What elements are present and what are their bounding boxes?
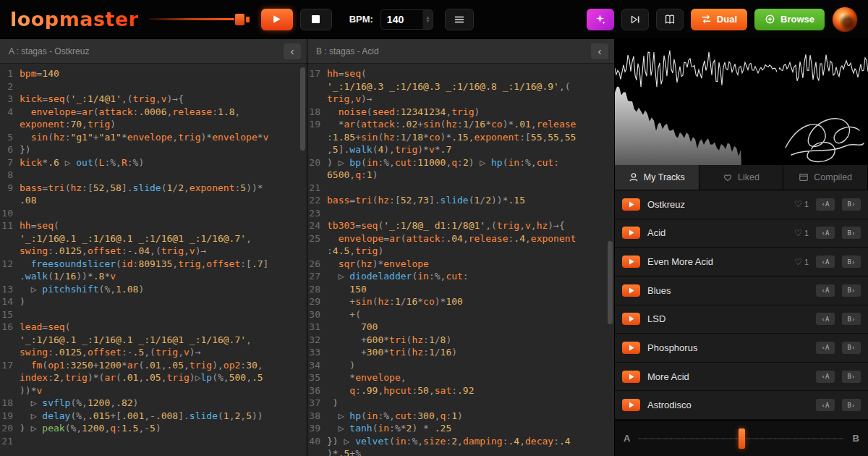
code-line[interactable]: 21 bbox=[307, 182, 614, 195]
user-avatar[interactable] bbox=[832, 7, 858, 33]
code-text[interactable] bbox=[20, 308, 307, 321]
code-text[interactable] bbox=[20, 169, 307, 182]
code-text[interactable]: ▷ svflp(%,1200,.82) bbox=[20, 397, 307, 410]
code-text[interactable]: ) ▷ bp(in:%,cut:11000,q:2) ▷ hp(in:%,cut… bbox=[327, 156, 614, 182]
code-line[interactable]: 5 sin(hz:"g1"+"a1"*envelope,trig)*envelo… bbox=[0, 131, 307, 144]
code-line[interactable]: 3kick=seq('_:1/4@1',(trig,v)→{ bbox=[0, 93, 307, 106]
code-text[interactable]: tb303=seq('_:1/8@_ d1:1/8@1',(trig,v,hz)… bbox=[327, 219, 614, 232]
code-line[interactable]: 11hh=seq( '_:1/16@.1 _:1/16@.1 _:1/16@1 … bbox=[0, 219, 307, 258]
code-line[interactable]: 13 ▷ pitchshift(%,1.08) bbox=[0, 283, 307, 296]
load-to-deck-b-button[interactable]: B› bbox=[842, 399, 861, 411]
code-text[interactable]: }) bbox=[20, 143, 307, 156]
code-line[interactable]: 29 +sin(hz:1/16*co)*100 bbox=[307, 295, 614, 308]
editor-a-collapse-button[interactable]: ‹ bbox=[284, 43, 301, 59]
code-text[interactable]: *envelope, bbox=[327, 371, 614, 384]
code-text[interactable] bbox=[327, 182, 614, 195]
code-editor-b[interactable]: 17hh=seq( '_:1/16@.3 _:1/16@.3 _:1/16@.8… bbox=[307, 64, 614, 456]
track-play-button[interactable] bbox=[622, 371, 640, 383]
code-line[interactable]: 40}) ▷ velvet(in:%,size:2,damping:.4,dec… bbox=[307, 435, 614, 456]
code-text[interactable]: +( bbox=[327, 308, 614, 321]
crossfader-handle[interactable] bbox=[739, 428, 745, 449]
magic-button[interactable] bbox=[587, 9, 614, 30]
code-line[interactable]: 24tb303=seq('_:1/8@_ d1:1/8@1',(trig,v,h… bbox=[307, 219, 614, 232]
code-line[interactable]: 6}) bbox=[0, 143, 307, 156]
menu-button[interactable] bbox=[445, 9, 474, 30]
tab-my-tracks[interactable]: My Tracks bbox=[615, 165, 699, 190]
track-play-button[interactable] bbox=[622, 284, 640, 297]
track-row[interactable]: Ostkreuz♡1‹AB› bbox=[615, 190, 868, 219]
code-line[interactable]: 35 *envelope, bbox=[307, 371, 614, 384]
code-line[interactable]: 22bass=tri(hz:[52,73].slide(1/2))*.15 bbox=[307, 194, 614, 207]
code-line[interactable]: 20) ▷ peak(%,1200,q:1.5,-5) bbox=[0, 422, 307, 435]
code-line[interactable]: 14) bbox=[0, 295, 307, 308]
code-line[interactable]: 12 freesoundslicer(id:809135,trig,offset… bbox=[0, 258, 307, 283]
load-to-deck-a-button[interactable]: ‹A bbox=[816, 371, 835, 383]
load-to-deck-b-button[interactable]: B› bbox=[842, 256, 861, 268]
code-text[interactable]: ▷ diodeladder(in:%,cut: bbox=[327, 270, 614, 283]
bpm-input[interactable] bbox=[380, 9, 422, 30]
code-line[interactable]: 1bpm=140 bbox=[0, 67, 307, 80]
code-text[interactable] bbox=[327, 207, 614, 220]
code-line[interactable]: 33 +300*tri(hz:1/16) bbox=[307, 346, 614, 359]
load-to-deck-a-button[interactable]: ‹A bbox=[816, 342, 835, 354]
code-text[interactable]: ▷ delay(%,.015+[.001,-.008].slide(1,2,5)… bbox=[20, 410, 307, 423]
code-line[interactable]: 16lead=seq( '_:1/16@.1 _:1/16@.1 _:1/16@… bbox=[0, 321, 307, 359]
code-line[interactable]: 4 envelope=ar(attack:.0006,release:1.8, … bbox=[0, 106, 307, 131]
code-editor-a[interactable]: 1bpm=14023kick=seq('_:1/4@1',(trig,v)→{4… bbox=[0, 64, 307, 456]
like-button[interactable]: ♡1 bbox=[794, 200, 809, 208]
code-line[interactable]: 30 +( bbox=[307, 308, 614, 321]
track-play-button[interactable] bbox=[622, 399, 640, 411]
code-line[interactable]: 17 fm(op1:3250+1200*ar(.01,.05,trig),op2… bbox=[0, 359, 307, 397]
like-button[interactable]: ♡1 bbox=[794, 229, 809, 237]
code-text[interactable]: bass=tri(hz:[52,73].slide(1/2))*.15 bbox=[327, 194, 614, 207]
code-text[interactable]: kick=seq('_:1/4@1',(trig,v)→{ bbox=[20, 93, 307, 106]
code-line[interactable]: 15 bbox=[0, 308, 307, 321]
track-play-button[interactable] bbox=[622, 342, 640, 354]
code-text[interactable]: freesoundslicer(id:809135,trig,offset:[.… bbox=[20, 258, 307, 283]
code-line[interactable]: 34 ) bbox=[307, 359, 614, 372]
load-to-deck-a-button[interactable]: ‹A bbox=[816, 198, 835, 211]
code-text[interactable]: 700 bbox=[327, 321, 614, 334]
docs-button[interactable] bbox=[656, 9, 684, 30]
load-to-deck-b-button[interactable]: B› bbox=[842, 284, 861, 297]
dual-mode-button[interactable]: Dual bbox=[691, 9, 747, 30]
code-line[interactable]: 20) ▷ bp(in:%,cut:11000,q:2) ▷ hp(in:%,c… bbox=[307, 156, 614, 182]
code-text[interactable]: ▷ hp(in:%,cut:300,q:1) bbox=[327, 410, 614, 423]
code-text[interactable]: ▷ pitchshift(%,1.08) bbox=[20, 283, 307, 296]
code-text[interactable]: envelope=ar(attack:.0006,release:1.8, ex… bbox=[20, 106, 307, 131]
code-line[interactable]: 32 +600*tri(hz:1/8) bbox=[307, 334, 614, 347]
code-text[interactable]: ) bbox=[20, 295, 307, 308]
load-to-deck-b-button[interactable]: B› bbox=[842, 342, 861, 354]
track-row[interactable]: Phosphorus‹AB› bbox=[615, 334, 868, 363]
load-to-deck-a-button[interactable]: ‹A bbox=[816, 256, 835, 268]
like-button[interactable]: ♡1 bbox=[794, 258, 809, 266]
track-play-button[interactable] bbox=[622, 313, 640, 325]
stop-button[interactable] bbox=[300, 9, 332, 30]
code-line[interactable]: 17hh=seq( '_:1/16@.3 _:1/16@.3 _:1/16@.8… bbox=[307, 67, 614, 106]
code-line[interactable]: 7kick*.6 ▷ out(L:%,R:%) bbox=[0, 156, 307, 169]
code-line[interactable]: 39 ▷ tanh(in:%*2) * .25 bbox=[307, 422, 614, 435]
code-line[interactable]: 19 ▷ delay(%,.015+[.001,-.008].slide(1,2… bbox=[0, 410, 307, 423]
code-line[interactable]: 27 ▷ diodeladder(in:%,cut: bbox=[307, 270, 614, 283]
code-text[interactable]: ▷ tanh(in:%*2) * .25 bbox=[327, 422, 614, 435]
code-line[interactable]: 36 q:.99,hpcut:50,sat:.92 bbox=[307, 384, 614, 397]
editor-b-scrollbar-thumb[interactable] bbox=[608, 241, 613, 324]
code-text[interactable]: q:.99,hpcut:50,sat:.92 bbox=[327, 384, 614, 397]
code-text[interactable]: bass=tri(hz:[52,58].slide(1/2,exponent:5… bbox=[20, 182, 307, 207]
code-text[interactable] bbox=[20, 207, 307, 220]
bpm-drag-handle[interactable]: ▲▼ bbox=[422, 9, 433, 30]
code-text[interactable]: ) ▷ peak(%,1200,q:1.5,-5) bbox=[20, 422, 307, 435]
code-text[interactable]: +sin(hz:1/16*co)*100 bbox=[327, 295, 614, 308]
code-line[interactable]: 9bass=tri(hz:[52,58].slide(1/2,exponent:… bbox=[0, 182, 307, 207]
track-row[interactable]: Astrodisco‹AB› bbox=[615, 391, 868, 420]
code-line[interactable]: 2 bbox=[0, 80, 307, 93]
code-text[interactable]: sqr(hz)*envelope bbox=[327, 258, 614, 271]
code-line[interactable]: 37 ) bbox=[307, 397, 614, 410]
load-to-deck-a-button[interactable]: ‹A bbox=[816, 284, 835, 297]
code-text[interactable]: *ar(attack:.02+sin(hz:1/16*co)*.01,relea… bbox=[327, 118, 614, 156]
app-logo[interactable]: loopmaster bbox=[10, 9, 139, 29]
load-to-deck-b-button[interactable]: B› bbox=[842, 371, 861, 383]
code-line[interactable]: 38 ▷ hp(in:%,cut:300,q:1) bbox=[307, 410, 614, 423]
editor-a-scrollbar-thumb[interactable] bbox=[300, 67, 305, 151]
code-text[interactable]: ) bbox=[327, 359, 614, 372]
